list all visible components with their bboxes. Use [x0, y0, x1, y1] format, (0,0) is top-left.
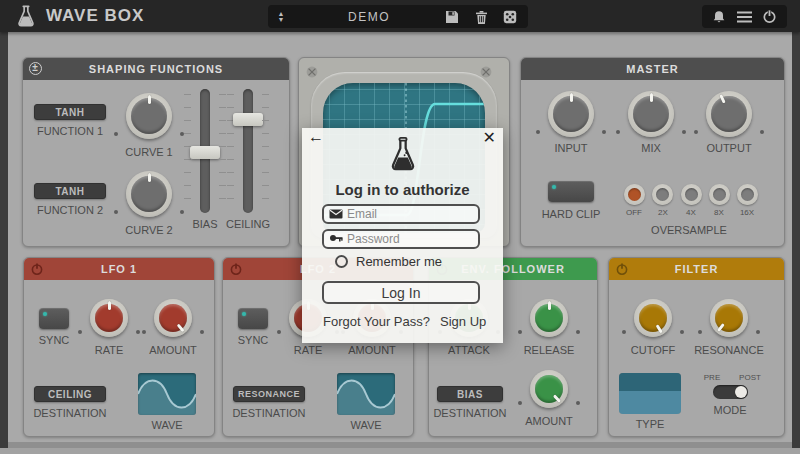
power-icon[interactable] [762, 9, 778, 25]
curve2-knob[interactable] [126, 171, 172, 217]
preset-name[interactable]: DEMO [294, 10, 444, 24]
oversample-off-radio[interactable] [624, 184, 645, 205]
lfo1-sync-led [43, 312, 47, 316]
filter-title: FILTER [675, 263, 719, 275]
lfo1-destination-selector[interactable]: CEILING [34, 386, 106, 402]
back-arrow-icon[interactable]: ← [308, 128, 324, 146]
env-amount-knob[interactable] [530, 370, 568, 408]
preset-bar: ▲ ▼ DEMO [268, 5, 528, 28]
plugin-window: WAVE BOX ▲ ▼ DEMO [0, 0, 800, 454]
lfo2-wave-display[interactable] [337, 373, 395, 415]
lfo1-header: LFO 1 [24, 258, 214, 280]
env-amount-label: AMOUNT [509, 415, 589, 427]
cutoff-knob[interactable] [634, 299, 672, 337]
resonance-knob[interactable] [710, 299, 748, 337]
shaping-functions-header: ± SHAPING FUNCTIONS [23, 58, 289, 80]
filter-type-display[interactable] [619, 373, 681, 414]
lfo1-sync-button[interactable] [39, 308, 69, 329]
resonance-label: RESONANCE [689, 344, 769, 356]
save-preset-icon[interactable] [444, 9, 460, 25]
env-destination-selector[interactable]: BIAS [437, 386, 503, 402]
master-panel: MASTER INPUT MIX OUTPUT HARD CLIP OFF 2X… [520, 57, 785, 247]
function1-selector[interactable]: TANH [34, 104, 106, 120]
lfo1-destination-label: DESTINATION [21, 407, 119, 419]
bias-slider[interactable] [183, 89, 227, 213]
menu-icon[interactable] [737, 9, 753, 25]
notifications-bell-icon[interactable] [711, 9, 727, 25]
plus-minus-icon[interactable]: ± [29, 62, 42, 75]
delete-preset-icon[interactable] [473, 9, 489, 25]
remember-me-radio[interactable] [335, 255, 348, 268]
lfo1-power-icon[interactable] [30, 262, 44, 276]
signup-link[interactable]: Sign Up [440, 314, 486, 329]
forgot-password-link[interactable]: Forgot Your Pass? [323, 314, 430, 329]
mix-label: MIX [611, 142, 691, 154]
mix-knob[interactable] [628, 91, 674, 137]
password-field-wrapper [322, 229, 480, 249]
lfo2-destination-label: DESTINATION [220, 407, 318, 419]
lfo1-amount-knob[interactable] [154, 299, 192, 337]
remember-me-option[interactable]: Remember me [327, 254, 442, 269]
release-knob[interactable] [530, 299, 568, 337]
window-controls [702, 5, 787, 28]
filter-power-icon[interactable] [615, 262, 629, 276]
oversample-2x-radio[interactable] [652, 184, 673, 205]
filter-panel: FILTER CUTOFF RESONANCE TYPE PRE POST MO… [608, 257, 785, 437]
lfo1-panel: LFO 1 SYNC RATE AMOUNT CEILING DESTINATI… [23, 257, 215, 437]
oversample-16x-radio[interactable] [737, 184, 758, 205]
email-field-wrapper [322, 204, 480, 224]
lfo1-wave-display[interactable] [138, 373, 196, 415]
lfo1-wave-label: WAVE [137, 419, 197, 431]
close-icon[interactable]: ✕ [483, 128, 496, 147]
oversample-8x-label: 8X [704, 208, 734, 217]
flask-modal-icon [387, 136, 419, 178]
function2-label: FUNCTION 2 [23, 204, 117, 216]
shaping-functions-title: SHAPING FUNCTIONS [89, 63, 223, 75]
oversample-4x-radio[interactable] [681, 184, 702, 205]
output-label: OUTPUT [689, 142, 769, 154]
screw-icon [480, 64, 492, 76]
hard-clip-led [552, 185, 556, 189]
flask-logo-icon [15, 3, 37, 33]
pre-label: PRE [697, 373, 727, 382]
function1-label: FUNCTION 1 [23, 125, 117, 137]
master-header: MASTER [521, 58, 784, 80]
shaping-functions-panel: ± SHAPING FUNCTIONS TANH FUNCTION 1 CURV… [22, 57, 290, 247]
lfo1-amount-label: AMOUNT [133, 344, 213, 356]
attack-label: ATTACK [429, 344, 509, 356]
password-input[interactable] [343, 232, 478, 246]
lfo2-power-icon[interactable] [229, 262, 243, 276]
preset-prev-next-buttons[interactable]: ▲ ▼ [268, 11, 294, 23]
randomize-preset-icon[interactable] [502, 9, 518, 25]
email-input[interactable] [343, 207, 478, 221]
filter-type-label: TYPE [620, 418, 680, 430]
mode-label: MODE [710, 404, 750, 416]
master-title: MASTER [626, 63, 678, 75]
envelope-icon [329, 209, 343, 219]
oversample-8x-radio[interactable] [709, 184, 730, 205]
curve1-label: CURVE 1 [109, 146, 189, 158]
input-knob[interactable] [548, 91, 594, 137]
lfo2-sync-button[interactable] [238, 308, 268, 329]
screw-icon [306, 64, 318, 76]
env-destination-label: DESTINATION [421, 407, 519, 419]
login-button[interactable]: Log In [322, 281, 480, 304]
oversample-16x-label: 16X [732, 208, 762, 217]
preset-down-icon[interactable]: ▼ [278, 17, 285, 23]
lfo2-destination-selector[interactable]: RESONANCE [233, 386, 305, 402]
curve1-knob[interactable] [126, 93, 172, 139]
lfo1-title: LFO 1 [101, 263, 137, 275]
title-bar: WAVE BOX ▲ ▼ DEMO [0, 0, 800, 32]
filter-header: FILTER [609, 258, 784, 280]
function2-selector[interactable]: TANH [34, 183, 106, 199]
login-modal: ← ✕ Log in to authorize Remember me Log … [302, 128, 503, 343]
hard-clip-button[interactable] [548, 181, 594, 202]
app-title: WAVE BOX [46, 6, 144, 26]
ceiling-slider[interactable] [226, 89, 270, 213]
lfo2-wave-label: WAVE [336, 419, 396, 431]
mode-toggle[interactable] [713, 385, 748, 399]
lfo1-rate-knob[interactable] [90, 299, 128, 337]
ceiling-label: CEILING [218, 218, 278, 230]
oversample-off-label: OFF [619, 208, 649, 217]
output-knob[interactable] [706, 91, 752, 137]
